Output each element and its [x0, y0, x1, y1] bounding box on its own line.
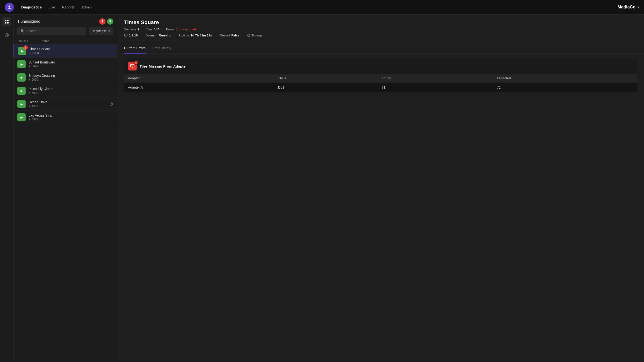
cell-found: 71: [378, 82, 493, 92]
nav-diagnostics[interactable]: Diagnostics: [21, 5, 42, 9]
daemon-value: Running: [159, 33, 172, 37]
monitor-icon: [124, 34, 128, 37]
topnav: Diagnostics Live Reports Admin MediaCo ▾: [0, 0, 644, 14]
svg-rect-4: [5, 22, 6, 24]
search-input[interactable]: [26, 29, 83, 33]
sun-icon: ✳: [29, 52, 32, 55]
device-name: Piccadilly Circus: [28, 87, 113, 91]
app-logo[interactable]: [5, 3, 14, 12]
uptime-label: Uptime: [179, 33, 189, 37]
device-brightness: ✳ 5000: [28, 78, 113, 81]
th-expected: Expected: [493, 74, 637, 82]
device-play-button[interactable]: ▶: [18, 113, 26, 121]
device-row[interactable]: ▶ Piccadilly Circus ✳ 5000: [14, 84, 117, 97]
timings-label: Timings: [251, 33, 262, 37]
version-value: 1.8.16: [129, 33, 138, 37]
device-error-badge: 1: [24, 45, 28, 50]
badge-group: 1 5: [99, 18, 113, 25]
table-row[interactable]: Adapter A D51 71 72: [124, 82, 637, 92]
cell-tnls: D51: [274, 82, 378, 92]
tab-error-history[interactable]: Error History: [152, 43, 172, 53]
svg-point-0: [8, 5, 10, 7]
tab-current-errors[interactable]: Current Errors: [124, 43, 146, 53]
brightness-dropdown[interactable]: Brightness ▾: [88, 27, 113, 35]
device-info: Shibuya Crossing ✳ 5000: [28, 74, 113, 81]
device-brightness: ✳ 5000: [29, 51, 113, 55]
play-icon: ▶: [20, 76, 23, 79]
detail-header: Times Square Sections 2 Tiles 144 Errors…: [117, 14, 644, 41]
error-table: Adapter TNLs Found Expected Adapter A D5…: [124, 74, 637, 92]
th-found: Found: [378, 74, 493, 82]
device-row[interactable]: ▶ Sunset Boulevard ✳ 5499: [14, 58, 117, 71]
brand-menu[interactable]: MediaCo ▾: [618, 4, 639, 10]
cell-expected: 72: [493, 82, 637, 92]
search-box[interactable]: 🔍: [18, 27, 86, 35]
left-panel-header: 1 unassigned 1 5: [14, 14, 117, 27]
device-brightness: ✳ 5499: [28, 65, 113, 68]
daemon-label: Daemon: [145, 33, 157, 37]
sun-icon: ✳: [28, 91, 31, 95]
device-play-button[interactable]: 1 ▶: [18, 47, 26, 55]
device-row[interactable]: ▶ Ocean Drive ✳ 4390 ⏻: [14, 97, 117, 111]
sun-icon: ✳: [28, 65, 31, 68]
brand-name: MediaCo: [618, 4, 636, 10]
device-name: Sunset Boulevard: [28, 60, 113, 64]
brightness-chevron-icon: ▾: [108, 29, 110, 33]
detail-meta-row2: 1.8.16 Daemon Running Uptime 1d 7h 51m 1…: [124, 33, 637, 37]
device-name: Times Square: [29, 47, 113, 51]
badge-green: 5: [107, 18, 113, 25]
th-tnls: TNLs: [274, 74, 378, 82]
device-info: Piccadilly Circus ✳ 5000: [28, 87, 113, 95]
monitor-error-icon: [130, 64, 134, 68]
search-icon: 🔍: [20, 29, 24, 33]
device-name: Las Vegas Strip: [28, 113, 113, 117]
clock-icon: [247, 34, 250, 37]
device-info: Sunset Boulevard ✳ 5499: [28, 60, 113, 68]
list-column-headers: Status ▾ Name: [14, 38, 117, 44]
device-name: Ocean Drive: [28, 100, 106, 104]
error-card-header: 1 Tiles Missing From Adapter: [124, 58, 637, 74]
brand-chevron-icon: ▾: [638, 5, 639, 9]
device-play-button[interactable]: ▶: [18, 87, 26, 95]
badge-red: 1: [99, 18, 106, 25]
sections-label: Sections: [124, 27, 136, 31]
sun-icon: ✳: [28, 105, 31, 108]
sun-icon: ✳: [28, 78, 31, 81]
device-row[interactable]: 1 ▶ Times Square ✳ 5000: [14, 44, 117, 58]
sections-value: 2: [138, 27, 139, 31]
nav-admin[interactable]: Admin: [82, 5, 92, 9]
svg-rect-2: [5, 20, 6, 21]
app-body: 1 unassigned 1 5 🔍 Brightness ▾ Status ▾…: [0, 14, 644, 362]
device-play-button[interactable]: ▶: [18, 60, 26, 68]
icon-sidebar: [0, 14, 14, 362]
sidebar-globe-icon[interactable]: [2, 31, 11, 39]
nav-reports[interactable]: Reports: [62, 5, 75, 9]
tiles-label: Tiles: [146, 27, 152, 31]
tabs-row: Current Errors Error History: [117, 43, 644, 53]
power-icon[interactable]: ⏻: [110, 102, 113, 106]
device-row[interactable]: ▶ Las Vegas Strip ✳ 4988: [14, 111, 117, 124]
svg-rect-9: [124, 34, 127, 36]
device-play-button[interactable]: ▶: [18, 73, 26, 82]
tiles-value: 144: [154, 27, 159, 31]
col-header-status[interactable]: Status ▾: [18, 39, 39, 43]
restart-label: Restart: [220, 33, 230, 37]
device-info: Times Square ✳ 5000: [29, 47, 113, 55]
unassigned-count: 1 unassigned: [18, 19, 40, 24]
error-icon-box: 1: [128, 62, 137, 70]
filter-row: 🔍 Brightness ▾: [14, 27, 117, 38]
nav-links: Diagnostics Live Reports Admin: [21, 5, 610, 9]
sidebar-grid-icon[interactable]: [2, 17, 11, 26]
device-info: Las Vegas Strip ✳ 4988: [28, 113, 113, 121]
play-icon: ▶: [20, 89, 23, 93]
cell-adapter: Adapter A: [124, 82, 274, 92]
error-card-title: Tiles Missing From Adapter: [140, 64, 187, 68]
device-row[interactable]: ▶ Shibuya Crossing ✳ 5000: [14, 71, 117, 84]
device-play-button[interactable]: ▶: [18, 100, 26, 108]
play-icon: ▶: [21, 49, 24, 53]
sun-icon: ✳: [28, 118, 31, 121]
nav-live[interactable]: Live: [48, 5, 55, 9]
timings-link[interactable]: Timings: [247, 33, 262, 37]
device-list: 1 ▶ Times Square ✳ 5000 ▶ Sunset Boule: [14, 44, 117, 362]
table-header-row: Adapter TNLs Found Expected: [124, 74, 637, 82]
